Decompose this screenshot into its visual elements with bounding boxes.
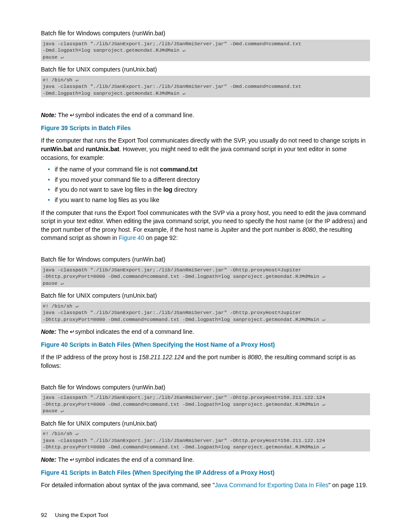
- para-1-c: and: [72, 146, 86, 152]
- code-unix-1: #! /bin/sh ↵ java -classpath "./lib/JSan…: [41, 76, 370, 98]
- p3d: 8080: [248, 354, 261, 361]
- note-1: Note: The ↵symbol indicates the end of a…: [41, 111, 370, 120]
- p3b: 158.211.122.124: [139, 354, 184, 361]
- caption-unix-3: Batch file for UNIX computers (runUnix.b…: [41, 420, 370, 428]
- code-unix-3: #! /bin/sh ↵ java -classpath "./lib/JSan…: [41, 429, 370, 451]
- caption-unix-1: Batch file for UNIX computers (runUnix.b…: [41, 65, 370, 74]
- list-item: if you moved your command file to a diff…: [55, 176, 370, 184]
- caption-win-1: Batch file for Windows computers (runWin…: [41, 29, 370, 38]
- caption-unix-2: Batch file for UNIX computers (runUnix.b…: [41, 292, 370, 300]
- p2c: and the port number is: [239, 226, 302, 233]
- para-1: If the computer that runs the Export Too…: [41, 137, 370, 162]
- caption-win-3: Batch file for Windows computers (runWin…: [41, 383, 370, 392]
- caption-win-2: Batch file for Windows computers (runWin…: [41, 255, 370, 264]
- note-label: Note:: [41, 328, 56, 335]
- p3c: and the port number is: [184, 354, 248, 361]
- note-text: The ↵symbol indicates the end of a comma…: [56, 328, 194, 335]
- footer-title: Using the Export Tool: [55, 512, 108, 518]
- p4b: " on page 119.: [328, 482, 367, 488]
- p2b: Jupiter: [221, 226, 239, 233]
- note-text: The ↵symbol indicates the end of a comma…: [56, 112, 194, 118]
- p2f: on page 92:: [144, 234, 178, 241]
- para-2: If the computer that runs the Export Too…: [41, 209, 370, 243]
- bullet-list: if the name of your command file is not …: [41, 165, 370, 204]
- para-1-a: If the computer that runs the Export Too…: [41, 137, 366, 144]
- note-text: The ↵symbol indicates the end of a comma…: [56, 456, 194, 463]
- code-win-3: java -classpath "./lib/JSanExport.jar;./…: [41, 393, 370, 415]
- p3a: If the IP address of the proxy host is: [41, 354, 139, 361]
- note-label: Note:: [41, 112, 56, 118]
- code-win-1: java -classpath "./lib/JSanExport.jar;./…: [41, 40, 370, 62]
- list-item: if the name of your command file is not …: [55, 165, 370, 174]
- b1b: command.txt: [160, 166, 197, 173]
- figure-40-link[interactable]: Figure 40: [119, 234, 144, 241]
- code-win-2: java -classpath "./lib/JSanExport.jar;./…: [41, 266, 370, 288]
- java-command-link[interactable]: Java Command for Exporting Data In Files: [215, 482, 328, 488]
- para-3: If the IP address of the proxy host is 1…: [41, 353, 370, 370]
- note-label: Note:: [41, 456, 56, 463]
- note-3: Note: The ↵symbol indicates the end of a…: [41, 456, 370, 464]
- figure-41-title: Figure 41 Scripts in Batch Files (When S…: [41, 469, 370, 477]
- para-4: For detailed information about syntax of…: [41, 481, 370, 490]
- p2d: 8080: [302, 226, 316, 233]
- figure-39-title: Figure 39 Scripts in Batch Files: [41, 124, 370, 133]
- page-number: 92: [41, 512, 47, 518]
- code-unix-2: #! /bin/sh ↵ java -classpath "./lib/JSan…: [41, 302, 370, 324]
- list-item: if you do not want to save log files in …: [55, 186, 370, 194]
- list-item: if you want to name log files as you lik…: [55, 196, 370, 205]
- figure-40-title: Figure 40 Scripts in Batch Files (When S…: [41, 341, 370, 349]
- p4a: For detailed information about syntax of…: [41, 482, 215, 488]
- note-2: Note: The ↵symbol indicates the end of a…: [41, 328, 370, 336]
- para-1-d: runUnix.bat: [86, 146, 119, 152]
- b1a: if the name of your command file is not: [55, 166, 160, 173]
- page-footer: 92Using the Export Tool: [41, 511, 370, 519]
- b3b: log: [163, 186, 172, 193]
- para-1-b: runWin.bat: [41, 146, 72, 152]
- b3c: directory: [172, 186, 197, 193]
- b3a: if you do not want to save log files in …: [55, 186, 163, 193]
